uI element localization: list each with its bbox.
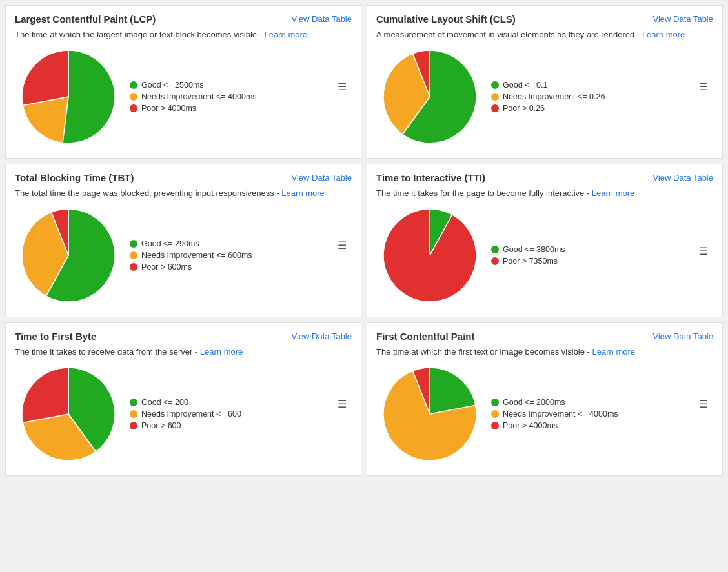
- card-cls: Cumulative Layout Shift (CLS) View Data …: [367, 5, 723, 159]
- legend-label: Good <= 2000ms: [503, 398, 565, 407]
- chart-area: Good <= 2500ms Needs Improvement <= 4000…: [15, 46, 352, 148]
- pie-chart: [20, 366, 117, 462]
- legend-item: Needs Improvement <= 4000ms: [130, 92, 338, 101]
- learn-more-link[interactable]: Learn more: [592, 188, 634, 198]
- chart-area: Good <= 200 Needs Improvement <= 600 Poo…: [15, 363, 352, 465]
- legend: Good <= 2000ms Needs Improvement <= 4000…: [491, 398, 699, 430]
- legend-label: Good <= 0.1: [503, 81, 548, 90]
- card-fcp: First Contentful Paint View Data Table T…: [367, 322, 723, 476]
- legend-item: Good <= 2000ms: [491, 398, 699, 407]
- chart-legend-wrap: Good <= 2500ms Needs Improvement <= 4000…: [130, 81, 347, 113]
- legend-item: Good <= 2500ms: [130, 81, 338, 90]
- legend-dot: [130, 240, 137, 248]
- legend-dot: [491, 399, 499, 406]
- learn-more-link[interactable]: Learn more: [265, 30, 307, 39]
- card-title: Largest Contentful Paint (LCP): [15, 14, 156, 25]
- pie-chart: [20, 207, 117, 304]
- view-data-link[interactable]: View Data Table: [653, 14, 713, 24]
- learn-more-link[interactable]: Learn more: [200, 347, 243, 357]
- legend-label: Poor > 7350ms: [503, 257, 558, 266]
- legend-dot: [491, 257, 499, 265]
- card-tbt: Total Blocking Time (TBT) View Data Tabl…: [5, 164, 361, 317]
- legend-label: Poor > 600ms: [141, 262, 192, 271]
- legend-item: Good <= 290ms: [130, 239, 338, 248]
- view-data-link[interactable]: View Data Table: [292, 173, 352, 182]
- legend-label: Needs Improvement <= 600: [141, 409, 241, 419]
- view-data-link[interactable]: View Data Table: [292, 14, 352, 24]
- chart-area: Good <= 290ms Needs Improvement <= 600ms…: [15, 204, 352, 306]
- card-title: First Contentful Paint: [376, 331, 475, 342]
- card-desc: A measurement of movement in visual elem…: [376, 30, 713, 39]
- legend-label: Good <= 200: [141, 398, 188, 407]
- menu-icon[interactable]: ☰: [338, 398, 347, 410]
- card-desc: The time at which the first text or imag…: [376, 347, 713, 357]
- metrics-grid: Largest Contentful Paint (LCP) View Data…: [5, 5, 723, 476]
- card-title: Time to First Byte: [15, 331, 96, 342]
- card-tti: Time to Interactive (TTI) View Data Tabl…: [367, 164, 723, 317]
- legend-item: Poor > 7350ms: [491, 257, 699, 266]
- legend-item: Poor > 600ms: [130, 262, 338, 271]
- pie-chart: [381, 48, 478, 145]
- legend: Good <= 3800ms Poor > 7350ms: [491, 245, 699, 266]
- learn-more-link[interactable]: Learn more: [592, 347, 635, 357]
- chart-area: Good <= 0.1 Needs Improvement <= 0.26 Po…: [376, 46, 713, 148]
- legend-item: Needs Improvement <= 4000ms: [491, 409, 699, 419]
- menu-icon[interactable]: ☰: [699, 245, 708, 257]
- card-header: Time to First Byte View Data Table: [15, 331, 352, 342]
- legend-dot: [491, 81, 499, 89]
- card-header: First Contentful Paint View Data Table: [376, 331, 713, 342]
- legend-item: Poor > 600: [130, 421, 338, 430]
- card-title: Total Blocking Time (TBT): [15, 172, 134, 183]
- legend-label: Poor > 0.26: [503, 104, 545, 113]
- card-desc: The total time the page was blocked, pre…: [15, 188, 352, 198]
- legend-dot: [491, 410, 499, 418]
- card-header: Time to Interactive (TTI) View Data Tabl…: [376, 172, 713, 183]
- pie-chart: [381, 366, 478, 462]
- chart-area: Good <= 3800ms Poor > 7350ms ☰: [376, 204, 713, 306]
- legend-label: Needs Improvement <= 4000ms: [503, 409, 618, 419]
- menu-icon[interactable]: ☰: [338, 81, 347, 93]
- view-data-link[interactable]: View Data Table: [653, 331, 713, 341]
- menu-icon[interactable]: ☰: [699, 398, 708, 410]
- legend-dot: [491, 104, 499, 112]
- legend-label: Poor > 600: [141, 421, 181, 430]
- card-header: Largest Contentful Paint (LCP) View Data…: [15, 14, 352, 25]
- card-desc: The time at which the largest image or t…: [15, 30, 352, 39]
- legend-label: Good <= 290ms: [141, 239, 199, 248]
- legend-dot: [491, 422, 499, 429]
- legend-dot: [130, 251, 137, 259]
- legend: Good <= 290ms Needs Improvement <= 600ms…: [130, 239, 338, 271]
- legend-label: Good <= 2500ms: [141, 81, 204, 90]
- view-data-link[interactable]: View Data Table: [292, 331, 352, 341]
- legend-dot: [130, 422, 137, 429]
- menu-icon[interactable]: ☰: [699, 81, 708, 93]
- legend-item: Poor > 4000ms: [491, 421, 699, 430]
- chart-legend-wrap: Good <= 200 Needs Improvement <= 600 Poo…: [130, 398, 347, 430]
- chart-area: Good <= 2000ms Needs Improvement <= 4000…: [376, 363, 713, 465]
- menu-icon[interactable]: ☰: [338, 239, 347, 251]
- legend-label: Needs Improvement <= 600ms: [141, 251, 252, 260]
- legend-label: Needs Improvement <= 4000ms: [141, 92, 257, 101]
- legend-dot: [491, 93, 499, 101]
- card-header: Cumulative Layout Shift (CLS) View Data …: [376, 14, 713, 25]
- legend-item: Poor > 0.26: [491, 104, 699, 113]
- chart-legend-wrap: Good <= 290ms Needs Improvement <= 600ms…: [130, 239, 347, 271]
- legend-item: Needs Improvement <= 0.26: [491, 92, 699, 101]
- legend-item: Needs Improvement <= 600: [130, 409, 338, 419]
- legend-item: Good <= 3800ms: [491, 245, 699, 254]
- learn-more-link[interactable]: Learn more: [281, 188, 324, 198]
- legend-dot: [130, 263, 137, 271]
- chart-legend-wrap: Good <= 2000ms Needs Improvement <= 4000…: [491, 398, 708, 430]
- legend-item: Good <= 200: [130, 398, 338, 407]
- legend-label: Good <= 3800ms: [503, 245, 565, 254]
- legend-dot: [491, 246, 499, 253]
- card-desc: The time it takes for the page to become…: [376, 188, 713, 198]
- legend-item: Needs Improvement <= 600ms: [130, 251, 338, 260]
- view-data-link[interactable]: View Data Table: [653, 173, 713, 182]
- legend-dot: [130, 93, 137, 101]
- legend-dot: [130, 104, 137, 112]
- legend: Good <= 0.1 Needs Improvement <= 0.26 Po…: [491, 81, 699, 113]
- card-desc: The time it takes to receive data from t…: [15, 347, 352, 357]
- pie-chart: [381, 207, 478, 304]
- learn-more-link[interactable]: Learn more: [642, 30, 685, 39]
